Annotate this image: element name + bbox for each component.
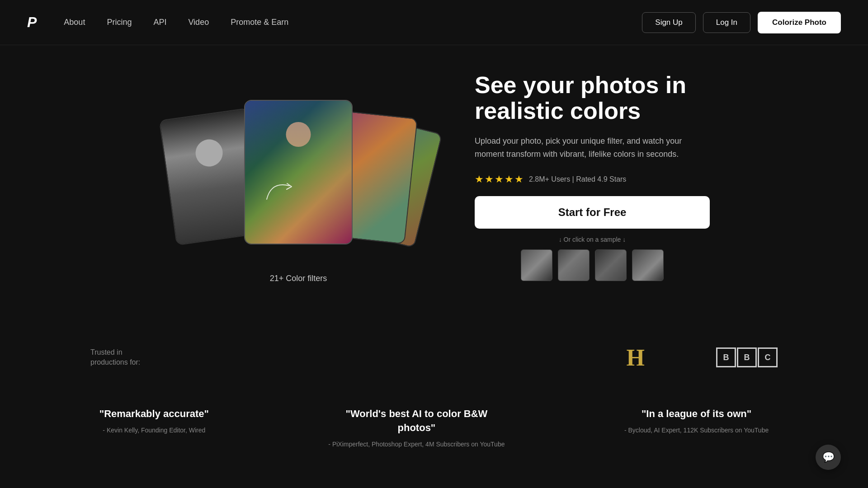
logo[interactable]: P (27, 14, 37, 31)
nav-about[interactable]: About (64, 18, 85, 27)
bottom-teaser-title: Experience The Difference (9, 484, 859, 488)
bbc-c: C (758, 347, 778, 367)
quote-3-author: - Bycloud, AI Expert, 112K Subscribers o… (624, 427, 769, 434)
nav-promote-earn[interactable]: Promote & Earn (231, 18, 288, 27)
quote-2-author: - PiXimperfect, Photoshop Expert, 4M Sub… (326, 441, 507, 448)
navbar: P About Pricing API Video Promote & Earn… (0, 0, 868, 45)
quote-3-text: "In a league of its own" (624, 407, 769, 421)
nav-actions: Sign Up Log In Colorize Photo (642, 12, 841, 33)
bbc-b2: B (737, 347, 757, 367)
log-in-button[interactable]: Log In (703, 12, 750, 33)
sample-thumb-3[interactable] (595, 249, 627, 281)
history-channel-logo: H (627, 344, 644, 371)
bbc-b1: B (716, 347, 736, 367)
colorized-photo-card (244, 100, 353, 244)
nav-pricing[interactable]: Pricing (107, 18, 132, 27)
trusted-logos: H B B C (627, 344, 778, 371)
chat-bubble[interactable]: 💬 (816, 445, 841, 470)
bbc-logo: B B C (716, 347, 778, 367)
sample-thumbnails (475, 249, 710, 281)
sign-up-button[interactable]: Sign Up (642, 12, 695, 33)
sample-hint-text: ↓ Or click on a sample ↓ (475, 236, 710, 243)
nav-video[interactable]: Video (188, 18, 209, 27)
nav-api[interactable]: API (153, 18, 166, 27)
sample-thumb-1[interactable] (521, 249, 552, 281)
quote-1-text: "Remarkably accurate" (99, 407, 209, 421)
hero-description: Upload your photo, pick your unique filt… (475, 135, 710, 161)
hero-title: See your photos in realistic colors (475, 72, 710, 124)
hero-section: 21+ Color filters See your photos in rea… (0, 45, 868, 308)
quote-1-author: - Kevin Kelly, Founding Editor, Wired (99, 427, 209, 434)
card-filter-label: 21+ Color filters (270, 274, 327, 283)
quote-2-text: "World's best AI to color B&W photos" (326, 407, 507, 435)
start-free-button[interactable]: Start for Free (475, 196, 710, 229)
nav-links: About Pricing API Video Promote & Earn (64, 18, 642, 27)
sample-thumb-2[interactable] (558, 249, 590, 281)
quote-1: "Remarkably accurate" - Kevin Kelly, Fou… (99, 407, 209, 448)
quotes-section: "Remarkably accurate" - Kevin Kelly, Fou… (0, 389, 868, 475)
chat-icon: 💬 (822, 451, 835, 463)
hero-rating: ★★★★★ 2.8M+ Users | Rated 4.9 Stars (475, 174, 710, 185)
trusted-label: Trusted in productions for: (90, 347, 154, 368)
star-icons: ★★★★★ (475, 174, 524, 185)
hero-text-block: See your photos in realistic colors Uplo… (475, 72, 710, 281)
quote-2: "World's best AI to color B&W photos" - … (326, 407, 507, 448)
hero-stats-text: 2.8M+ Users | Rated 4.9 Stars (529, 175, 626, 183)
sample-thumb-4[interactable] (632, 249, 664, 281)
quote-3: "In a league of its own" - Bycloud, AI E… (624, 407, 769, 448)
colorize-photo-button[interactable]: Colorize Photo (758, 12, 841, 33)
arrow-decoration (262, 177, 298, 207)
trusted-section: Trusted in productions for: H B B C (0, 326, 868, 389)
color-portrait-image (245, 101, 352, 244)
photo-cards-container: 21+ Color filters (158, 86, 439, 267)
bottom-teaser: Experience The Difference (0, 475, 868, 488)
